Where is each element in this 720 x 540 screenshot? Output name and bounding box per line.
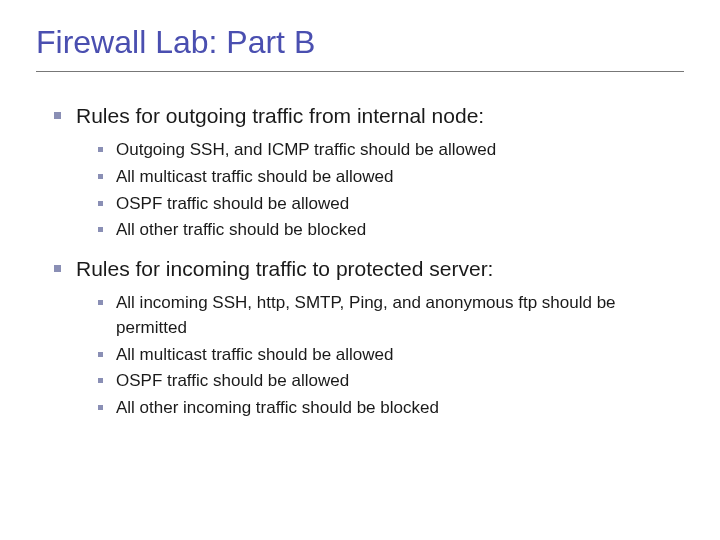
list-item: All other incoming traffic should be blo…: [98, 396, 684, 421]
section-heading: Rules for outgoing traffic from internal…: [76, 104, 484, 127]
section-inner-list: Outgoing SSH, and ICMP traffic should be…: [76, 138, 684, 243]
list-item: OSPF traffic should be allowed: [98, 192, 684, 217]
list-item-text: All multicast traffic should be allowed: [116, 345, 394, 364]
list-item-text: OSPF traffic should be allowed: [116, 194, 349, 213]
title-divider: [36, 71, 684, 72]
list-item-text: All other incoming traffic should be blo…: [116, 398, 439, 417]
section-item: Rules for outgoing traffic from internal…: [54, 102, 684, 243]
list-item: All incoming SSH, http, SMTP, Ping, and …: [98, 291, 684, 340]
section-item: Rules for incoming traffic to protected …: [54, 255, 684, 421]
section-inner-list: All incoming SSH, http, SMTP, Ping, and …: [76, 291, 684, 420]
list-item-text: All incoming SSH, http, SMTP, Ping, and …: [116, 293, 616, 337]
list-item: Outgoing SSH, and ICMP traffic should be…: [98, 138, 684, 163]
list-item: All multicast traffic should be allowed: [98, 343, 684, 368]
list-item: All other traffic should be blocked: [98, 218, 684, 243]
list-item: All multicast traffic should be allowed: [98, 165, 684, 190]
list-item-text: All other traffic should be blocked: [116, 220, 366, 239]
list-item: OSPF traffic should be allowed: [98, 369, 684, 394]
list-item-text: OSPF traffic should be allowed: [116, 371, 349, 390]
list-item-text: Outgoing SSH, and ICMP traffic should be…: [116, 140, 496, 159]
list-item-text: All multicast traffic should be allowed: [116, 167, 394, 186]
slide-title: Firewall Lab: Part B: [36, 24, 684, 61]
content-outer-list: Rules for outgoing traffic from internal…: [36, 102, 684, 420]
section-heading: Rules for incoming traffic to protected …: [76, 257, 493, 280]
